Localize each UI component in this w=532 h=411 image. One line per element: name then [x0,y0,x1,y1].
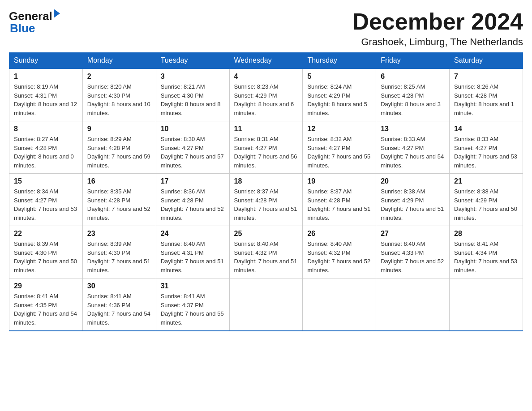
day-info: Sunrise: 8:39 AMSunset: 4:30 PMDaylight:… [14,240,78,274]
day-number: 30 [87,282,151,290]
day-number: 4 [234,73,298,81]
day-info: Sunrise: 8:27 AMSunset: 4:28 PMDaylight:… [14,135,78,170]
day-number: 8 [14,125,78,133]
day-info: Sunrise: 8:32 AMSunset: 4:27 PMDaylight:… [307,135,371,170]
calendar-day-cell: 18Sunrise: 8:37 AMSunset: 4:28 PMDayligh… [229,174,303,226]
day-info: Sunrise: 8:36 AMSunset: 4:28 PMDaylight:… [161,187,225,222]
day-number: 3 [161,73,225,81]
month-title: December 2024 [352,9,523,34]
day-number: 29 [14,282,78,290]
day-info: Sunrise: 8:40 AMSunset: 4:31 PMDaylight:… [161,240,225,274]
calendar-day-cell: 10Sunrise: 8:30 AMSunset: 4:27 PMDayligh… [156,121,229,174]
calendar-day-cell: 17Sunrise: 8:36 AMSunset: 4:28 PMDayligh… [156,174,229,226]
day-number: 25 [234,230,298,238]
calendar-day-cell: 15Sunrise: 8:34 AMSunset: 4:27 PMDayligh… [9,174,83,226]
day-number: 19 [307,177,371,185]
calendar-week-row: 1Sunrise: 8:19 AMSunset: 4:31 PMDaylight… [9,68,523,121]
title-area: December 2024 Grashoek, Limburg, The Net… [352,9,523,48]
day-info: Sunrise: 8:40 AMSunset: 4:33 PMDaylight:… [381,240,445,274]
day-number: 10 [161,125,225,133]
calendar-day-cell: 6Sunrise: 8:25 AMSunset: 4:28 PMDaylight… [376,68,450,121]
day-info: Sunrise: 8:38 AMSunset: 4:29 PMDaylight:… [454,187,518,222]
calendar-day-cell: 28Sunrise: 8:41 AMSunset: 4:34 PMDayligh… [450,226,523,278]
calendar-day-cell: 4Sunrise: 8:23 AMSunset: 4:29 PMDaylight… [229,68,303,121]
calendar-day-cell: 7Sunrise: 8:26 AMSunset: 4:28 PMDaylight… [450,68,523,121]
day-number: 7 [454,73,518,81]
calendar-day-cell: 2Sunrise: 8:20 AMSunset: 4:30 PMDaylight… [82,68,156,121]
calendar-day-cell: 16Sunrise: 8:35 AMSunset: 4:28 PMDayligh… [82,174,156,226]
day-number: 12 [307,125,371,133]
day-number: 31 [161,282,225,290]
day-number: 2 [87,73,151,81]
calendar-week-row: 8Sunrise: 8:27 AMSunset: 4:28 PMDaylight… [9,121,523,174]
calendar-day-cell: 25Sunrise: 8:40 AMSunset: 4:32 PMDayligh… [229,226,303,278]
day-info: Sunrise: 8:41 AMSunset: 4:35 PMDaylight:… [14,292,78,327]
day-info: Sunrise: 8:37 AMSunset: 4:28 PMDaylight:… [307,187,371,222]
day-number: 20 [381,177,445,185]
calendar-day-cell: 23Sunrise: 8:39 AMSunset: 4:30 PMDayligh… [82,226,156,278]
day-info: Sunrise: 8:33 AMSunset: 4:27 PMDaylight:… [454,135,518,170]
calendar-day-cell: 27Sunrise: 8:40 AMSunset: 4:33 PMDayligh… [376,226,450,278]
day-number: 17 [161,177,225,185]
day-info: Sunrise: 8:37 AMSunset: 4:28 PMDaylight:… [234,187,298,222]
logo-text-general: General [9,9,52,23]
day-number: 15 [14,177,78,185]
calendar-day-cell: 21Sunrise: 8:38 AMSunset: 4:29 PMDayligh… [450,174,523,226]
calendar-day-cell [450,278,523,331]
day-number: 24 [161,230,225,238]
calendar-week-row: 22Sunrise: 8:39 AMSunset: 4:30 PMDayligh… [9,226,523,278]
calendar-day-cell: 26Sunrise: 8:40 AMSunset: 4:32 PMDayligh… [303,226,376,278]
day-number: 5 [307,73,371,81]
day-number: 6 [381,73,445,81]
day-number: 11 [234,125,298,133]
column-header-wednesday: Wednesday [229,53,303,69]
column-header-saturday: Saturday [450,53,523,69]
day-info: Sunrise: 8:34 AMSunset: 4:27 PMDaylight:… [14,187,78,222]
day-number: 27 [381,230,445,238]
day-info: Sunrise: 8:40 AMSunset: 4:32 PMDaylight:… [307,240,371,274]
day-info: Sunrise: 8:21 AMSunset: 4:30 PMDaylight:… [161,82,225,117]
day-info: Sunrise: 8:41 AMSunset: 4:37 PMDaylight:… [161,292,225,327]
day-info: Sunrise: 8:26 AMSunset: 4:28 PMDaylight:… [454,82,518,117]
day-info: Sunrise: 8:31 AMSunset: 4:27 PMDaylight:… [234,135,298,170]
day-info: Sunrise: 8:20 AMSunset: 4:30 PMDaylight:… [87,82,151,117]
day-info: Sunrise: 8:19 AMSunset: 4:31 PMDaylight:… [14,82,78,117]
calendar-day-cell: 8Sunrise: 8:27 AMSunset: 4:28 PMDaylight… [9,121,83,174]
day-number: 18 [234,177,298,185]
calendar-day-cell: 12Sunrise: 8:32 AMSunset: 4:27 PMDayligh… [303,121,376,174]
calendar-day-cell: 22Sunrise: 8:39 AMSunset: 4:30 PMDayligh… [9,226,83,278]
day-info: Sunrise: 8:38 AMSunset: 4:29 PMDaylight:… [381,187,445,222]
day-number: 23 [87,230,151,238]
calendar-day-cell: 19Sunrise: 8:37 AMSunset: 4:28 PMDayligh… [303,174,376,226]
calendar-day-cell: 14Sunrise: 8:33 AMSunset: 4:27 PMDayligh… [450,121,523,174]
column-header-sunday: Sunday [9,53,83,69]
calendar-week-row: 29Sunrise: 8:41 AMSunset: 4:35 PMDayligh… [9,278,523,331]
day-info: Sunrise: 8:30 AMSunset: 4:27 PMDaylight:… [161,135,225,170]
column-header-friday: Friday [376,53,450,69]
calendar-day-cell: 31Sunrise: 8:41 AMSunset: 4:37 PMDayligh… [156,278,229,331]
day-info: Sunrise: 8:40 AMSunset: 4:32 PMDaylight:… [234,240,298,274]
calendar-day-cell: 29Sunrise: 8:41 AMSunset: 4:35 PMDayligh… [9,278,83,331]
calendar-day-cell [376,278,450,331]
day-info: Sunrise: 8:39 AMSunset: 4:30 PMDaylight:… [87,240,151,274]
column-header-tuesday: Tuesday [156,53,229,69]
logo-arrow-icon [54,9,60,18]
day-info: Sunrise: 8:23 AMSunset: 4:29 PMDaylight:… [234,82,298,117]
logo: General Blue [9,9,60,35]
calendar-header-row: SundayMondayTuesdayWednesdayThursdayFrid… [9,53,523,69]
day-number: 26 [307,230,371,238]
calendar-day-cell: 3Sunrise: 8:21 AMSunset: 4:30 PMDaylight… [156,68,229,121]
calendar-day-cell: 13Sunrise: 8:33 AMSunset: 4:27 PMDayligh… [376,121,450,174]
calendar-day-cell: 24Sunrise: 8:40 AMSunset: 4:31 PMDayligh… [156,226,229,278]
day-info: Sunrise: 8:25 AMSunset: 4:28 PMDaylight:… [381,82,445,117]
day-info: Sunrise: 8:29 AMSunset: 4:28 PMDaylight:… [87,135,151,170]
day-info: Sunrise: 8:24 AMSunset: 4:29 PMDaylight:… [307,82,371,117]
calendar-day-cell: 11Sunrise: 8:31 AMSunset: 4:27 PMDayligh… [229,121,303,174]
calendar-day-cell: 5Sunrise: 8:24 AMSunset: 4:29 PMDaylight… [303,68,376,121]
day-number: 16 [87,177,151,185]
day-number: 9 [87,125,151,133]
calendar-day-cell [229,278,303,331]
day-info: Sunrise: 8:41 AMSunset: 4:36 PMDaylight:… [87,292,151,327]
calendar-table: SundayMondayTuesdayWednesdayThursdayFrid… [9,52,523,331]
day-number: 21 [454,177,518,185]
